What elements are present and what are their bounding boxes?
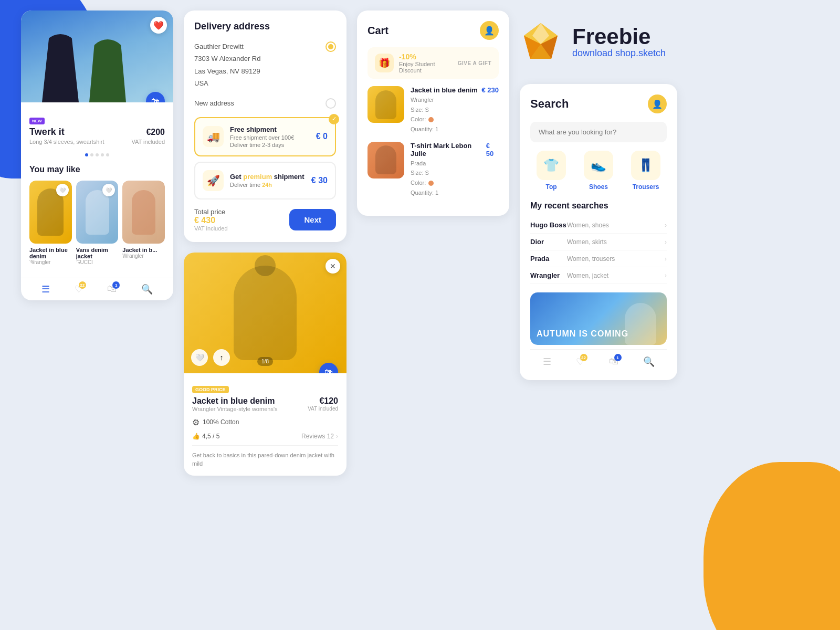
freebie-subtitle: download shop.sketch bbox=[572, 48, 666, 59]
cart-item-2-price: € 50 bbox=[486, 142, 499, 158]
free-shipment-info: Free shipment Free shipment over 100€ De… bbox=[230, 125, 310, 148]
category-shoes[interactable]: 👟 Shoes bbox=[578, 151, 620, 191]
dot-2[interactable] bbox=[90, 153, 93, 156]
wishlist-badge: 22 bbox=[79, 281, 86, 289]
sketch-diamond-icon bbox=[520, 21, 562, 63]
cart-item-2-qty: Quantity: 1 bbox=[411, 188, 499, 198]
search-nav-search-icon[interactable]: 🔍 bbox=[643, 356, 655, 368]
item-thumb-3 bbox=[122, 181, 165, 244]
nav-search-icon[interactable]: 🔍 bbox=[141, 284, 153, 295]
rating-row: 👍 4,5 / 5 Reviews 12 › bbox=[192, 433, 338, 446]
detail-image-container: ✕ 🤍 ↑ 1/8 🛍 bbox=[184, 253, 346, 373]
product-price: €200 bbox=[146, 128, 165, 137]
recent-chevron-4-icon: › bbox=[665, 272, 667, 279]
next-button[interactable]: Next bbox=[289, 209, 336, 230]
recent-item-hugoboss[interactable]: Hugo Boss Women, shoes › bbox=[530, 217, 667, 234]
detail-title-info: Jacket in blue denim Wrangler Vintage-st… bbox=[192, 396, 278, 412]
promo-banner[interactable]: AUTUMN IS COMING bbox=[530, 292, 667, 345]
recent-desc-1: Women, shoes bbox=[567, 222, 609, 229]
search-user-avatar[interactable]: 👤 bbox=[648, 94, 667, 113]
detail-content: GOOD PRICE Jacket in blue denim Wrangler… bbox=[184, 373, 346, 476]
nav-cart-icon[interactable]: 🛍 1 bbox=[107, 284, 117, 295]
wishlist-button[interactable]: ❤️ bbox=[150, 17, 167, 34]
recent-chevron-1-icon: › bbox=[665, 222, 667, 229]
dot-5[interactable] bbox=[106, 153, 109, 156]
freebie-text: Freebie download shop.sketch bbox=[572, 26, 666, 59]
total-info: Total price € 430 VAT included bbox=[194, 208, 228, 232]
free-shipment-name: Free shipment bbox=[230, 125, 310, 133]
total-vat: VAT included bbox=[194, 225, 228, 232]
recent-item-wrangler[interactable]: Wrangler Women, jacket › bbox=[530, 267, 667, 284]
search-nav-wishlist-icon[interactable]: ♡ 22 bbox=[576, 356, 584, 368]
detail-wishlist-btn[interactable]: 🤍 bbox=[191, 349, 208, 366]
nav-menu-icon[interactable]: ☰ bbox=[41, 284, 50, 295]
recent-chevron-3-icon: › bbox=[665, 255, 667, 262]
total-row: Total price € 430 VAT included Next bbox=[194, 208, 336, 232]
free-shipment-desc1: Free shipment over 100€ bbox=[230, 134, 310, 141]
cart-item-2: T-shirt Mark Lebon Julie € 50 Prada Size… bbox=[368, 142, 499, 198]
recent-desc-2: Women, skirts bbox=[567, 238, 607, 246]
product-detail-description: Get back to basics in this pared-down de… bbox=[192, 451, 338, 468]
good-price-badge: GOOD PRICE bbox=[192, 386, 229, 393]
detail-product-name: Jacket in blue denim bbox=[192, 396, 278, 406]
person-silhouette-right bbox=[89, 39, 126, 102]
rating-value: 4,5 / 5 bbox=[202, 433, 219, 440]
category-trousers[interactable]: 👖 Trousers bbox=[625, 151, 667, 191]
cart-item-2-name: T-shirt Mark Lebon Julie bbox=[411, 142, 486, 158]
detail-add-to-cart[interactable]: 🛍 bbox=[319, 363, 338, 373]
recent-item-dior[interactable]: Dior Women, skirts › bbox=[530, 234, 667, 250]
address-radio-selected[interactable] bbox=[326, 41, 336, 52]
close-button[interactable]: ✕ bbox=[326, 259, 340, 274]
discount-description: Enjoy Student Discount bbox=[399, 61, 453, 74]
product-card: ❤️ 🛍 NEW Twerk it €200 Long 3/4 sleeves,… bbox=[21, 10, 173, 300]
item-3-name: Jacket in b... bbox=[122, 247, 165, 253]
recommended-item-1[interactable]: 🤍 Jacket in blue denim Wrangler bbox=[29, 181, 72, 265]
dot-1[interactable] bbox=[85, 153, 88, 156]
cart-item-1-details: Wrangler Size: S Color: Quantity: 1 bbox=[411, 95, 499, 134]
cart-item-2-brand: Prada bbox=[411, 159, 499, 169]
user-avatar[interactable]: 👤 bbox=[480, 21, 499, 40]
give-gift-button[interactable]: GIVE A GIFT bbox=[458, 60, 491, 66]
free-shipment-option[interactable]: ✓ 🚚 Free shipment Free shipment over 100… bbox=[194, 117, 336, 156]
new-address-option[interactable]: New address bbox=[194, 98, 336, 109]
cart-item-2-info: T-shirt Mark Lebon Julie € 50 Prada Size… bbox=[411, 142, 499, 198]
thumbs-up-icon: 👍 bbox=[192, 433, 200, 440]
search-wishlist-badge: 22 bbox=[580, 354, 587, 361]
category-top[interactable]: 👕 Top bbox=[530, 151, 572, 191]
premium-shipment-info: Get premium shipment Deliver time 24h bbox=[230, 173, 305, 188]
search-bottom-nav: ☰ ♡ 22 🛍 1 🔍 bbox=[530, 349, 667, 370]
cart-item-1-price: € 230 bbox=[481, 86, 499, 94]
product-title-row: Twerk it €200 bbox=[29, 127, 165, 138]
recent-chevron-2-icon: › bbox=[665, 238, 667, 246]
cart-item-1-image bbox=[368, 86, 404, 123]
color-dot-orange-2 bbox=[428, 181, 434, 186]
blob-yellow-bg bbox=[704, 462, 840, 630]
search-card: Search 👤 👕 Top 👟 Shoes 👖 Trousers bbox=[520, 84, 677, 380]
detail-features: ⚙ 100% Cotton bbox=[192, 417, 338, 427]
premium-shipment-option[interactable]: 🚀 Get premium shipment Deliver time 24h … bbox=[194, 162, 336, 200]
reviews-link[interactable]: Reviews 12 › bbox=[301, 433, 338, 440]
nav-wishlist-icon[interactable]: ♡ 22 bbox=[75, 284, 83, 295]
detail-price: €120 bbox=[308, 396, 338, 406]
wishlist-item-1[interactable]: 🤍 bbox=[56, 184, 69, 196]
cart-card: Cart 👤 🎁 -10% Enjoy Student Discount GIV… bbox=[357, 10, 509, 216]
cart-badge: 1 bbox=[112, 281, 120, 289]
recommended-item-3[interactable]: Jacket in b... Wrangler bbox=[122, 181, 165, 265]
discount-info: -10% Enjoy Student Discount bbox=[399, 52, 453, 74]
search-nav-menu-icon[interactable]: ☰ bbox=[543, 356, 551, 368]
bottom-navigation: ☰ ♡ 22 🛍 1 🔍 bbox=[21, 278, 173, 300]
color-dot-orange-1 bbox=[428, 117, 434, 122]
item-1-name: Jacket in blue denim bbox=[29, 247, 72, 259]
new-address-radio[interactable] bbox=[326, 98, 336, 109]
detail-share-btn[interactable]: ↑ bbox=[213, 349, 230, 366]
premium-time: 24h bbox=[262, 182, 272, 188]
shoes-label: Shoes bbox=[589, 183, 608, 191]
recent-item-prada[interactable]: Prada Women, trousers › bbox=[530, 250, 667, 267]
recent-desc-4: Women, jacket bbox=[567, 272, 608, 279]
search-nav-cart-icon[interactable]: 🛍 1 bbox=[609, 356, 618, 368]
you-may-like-title: You may like bbox=[29, 165, 165, 174]
dot-3[interactable] bbox=[96, 153, 99, 156]
search-input[interactable] bbox=[530, 122, 667, 142]
recommended-item-2[interactable]: 🤍 Vans denim jacket GUCCI bbox=[76, 181, 119, 265]
dot-4[interactable] bbox=[101, 153, 104, 156]
